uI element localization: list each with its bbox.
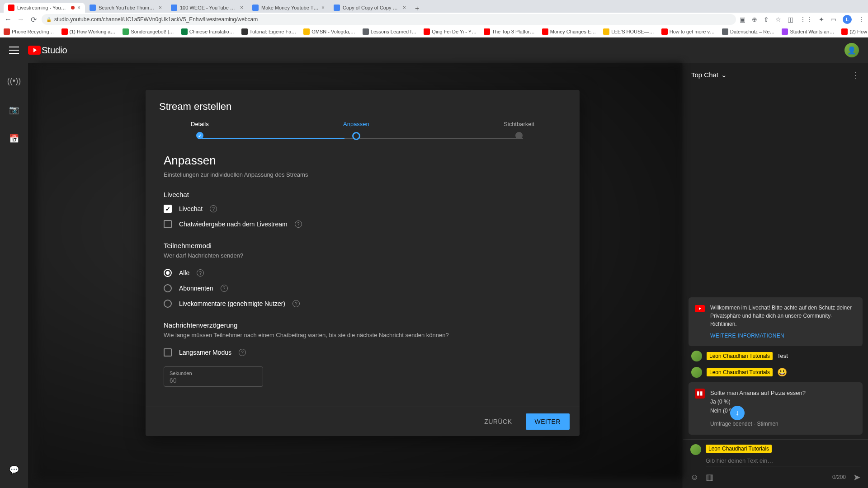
url-bar[interactable]: 🔒 studio.youtube.com/channel/UC1a5FWVn0g… (42, 14, 736, 25)
bookmark-item[interactable]: Qing Fei De Yi - Y… (424, 28, 476, 35)
star-icon[interactable]: ☆ (775, 16, 781, 23)
calendar-icon[interactable]: 📅 (5, 130, 23, 148)
toolbar-icons: ▣ ⊕ ⇧ ☆ ◫ ⋮⋮ ✦ ▭ L ⋮ (740, 15, 864, 24)
bookmark-item[interactable]: Tutorial: Eigene Fa… (241, 28, 297, 35)
bookmark-item[interactable]: Money Changes E… (542, 28, 596, 35)
new-tab-button[interactable]: + (410, 5, 424, 13)
youtube-studio-logo[interactable]: Studio (28, 45, 67, 56)
camera-icon[interactable]: ▣ (740, 16, 745, 23)
close-icon[interactable]: × (159, 5, 162, 11)
bookmark-item[interactable]: The Top 3 Platfor… (484, 28, 535, 35)
feedback-icon[interactable]: 💬 (5, 461, 23, 479)
puzzle-icon[interactable]: ✦ (819, 16, 824, 23)
section-title: Anpassen (164, 154, 561, 168)
favicon-icon (334, 5, 340, 11)
favicon-icon (171, 5, 177, 11)
chat-message: Leon Chaudhari Tutorials Test (689, 350, 863, 362)
user-avatar-icon (690, 444, 701, 455)
user-avatar[interactable]: 👤 (844, 43, 859, 57)
chat-message: Leon Chaudhari Tutorials 😃 (689, 366, 863, 379)
bookmark-item[interactable]: GMSN - Vologda,… (303, 28, 355, 35)
tab-2[interactable]: 100 WEGE - YouTube Thumbn… × (166, 3, 248, 13)
checkbox-chatreplay[interactable]: Chatwiedergabe nach dem Livestream ? (164, 216, 561, 232)
bookmark-favicon (123, 28, 129, 35)
emoji-picker-icon[interactable]: ☺ (690, 473, 698, 482)
bookmark-item[interactable]: (1) How Working a… (61, 28, 116, 35)
bookmark-item[interactable]: LEE'S HOUSE—… (603, 28, 654, 35)
next-button[interactable]: WEITER (526, 413, 570, 430)
extension-icon[interactable]: ◫ (788, 16, 793, 23)
participants-group-sub: Wer darf Nachrichten senden? (164, 252, 561, 259)
menu-icon[interactable]: ⋮ (858, 16, 864, 23)
stream-icon[interactable]: ((•)) (5, 72, 23, 90)
help-icon[interactable]: ? (197, 269, 204, 277)
apps-icon[interactable]: ⋮⋮ (800, 16, 812, 23)
close-icon[interactable]: × (403, 5, 406, 11)
tab-3[interactable]: Make Money Youtube Thumbn… × (248, 3, 329, 13)
delay-group-label: Nachrichtenverzögerung (164, 321, 561, 329)
toolbar-row: ← → ⟳ 🔒 studio.youtube.com/channel/UC1a5… (0, 13, 868, 26)
panel-icon[interactable]: ▭ (830, 16, 836, 23)
checkbox-icon[interactable] (164, 220, 172, 228)
bookmark-favicon (603, 28, 609, 35)
checkbox-icon[interactable] (164, 348, 172, 357)
more-info-link[interactable]: WEITERE INFORMATIONEN (710, 332, 856, 340)
help-icon[interactable]: ? (221, 285, 228, 292)
bookmark-item[interactable]: Datenschutz – Re… (722, 28, 774, 35)
scroll-down-button[interactable]: ↓ (730, 406, 745, 420)
delay-group-sub: Wie lange müssen Teilnehmer nach einem C… (164, 332, 561, 338)
step-details[interactable]: Details (191, 121, 209, 140)
step-customize[interactable]: Anpassen (343, 121, 369, 140)
radio-icon[interactable] (164, 300, 172, 308)
tab-1[interactable]: Search YouTube Thumbnail - C… × (85, 3, 166, 13)
seconds-input[interactable] (170, 376, 257, 384)
reload-button[interactable]: ⟳ (29, 15, 38, 24)
browser-chrome: Livestreaming - YouTube S… × Search YouT… (0, 0, 868, 38)
chat-mode-dropdown[interactable]: Top Chat ⌄ (691, 71, 727, 79)
tab-4[interactable]: Copy of Copy of Copy of Cop… × (329, 3, 410, 13)
radio-all[interactable]: Alle ? (164, 265, 561, 281)
bookmark-item[interactable]: Phone Recycling… (4, 28, 54, 35)
close-icon[interactable]: × (240, 5, 243, 11)
dialog-body[interactable]: Anpassen Einstellungen zur individuellen… (146, 145, 580, 407)
checkbox-icon[interactable] (164, 205, 172, 213)
bookmark-item[interactable]: How to get more v… (661, 28, 715, 35)
radio-approved[interactable]: Livekommentare (genehmigte Nutzer) ? (164, 296, 561, 311)
send-icon[interactable]: ➤ (853, 472, 861, 483)
back-button[interactable]: ZURÜCK (477, 413, 519, 430)
webcam-icon[interactable]: 📷 (5, 101, 23, 119)
bookmark-item[interactable]: Student Wants an… (782, 28, 834, 35)
seconds-field[interactable]: Sekunden (164, 366, 263, 387)
help-icon[interactable]: ? (210, 205, 217, 212)
poll-button-icon[interactable]: ▥ (706, 472, 713, 482)
bookmark-item[interactable]: Chinese translatio… (181, 28, 234, 35)
forward-button[interactable]: → (16, 15, 25, 23)
bookmark-item[interactable]: (2) How To Add A… (841, 28, 868, 35)
zoom-icon[interactable]: ⊕ (752, 16, 757, 23)
checkbox-slowmode[interactable]: Langsamer Modus ? (164, 345, 561, 360)
radio-icon[interactable] (164, 284, 172, 292)
checkbox-livechat[interactable]: Livechat ? (164, 201, 561, 216)
help-icon[interactable]: ? (239, 349, 246, 356)
menu-icon[interactable] (9, 47, 19, 54)
radio-icon[interactable] (164, 269, 172, 277)
close-icon[interactable]: × (77, 5, 80, 11)
chat-input[interactable] (706, 455, 861, 466)
tab-0[interactable]: Livestreaming - YouTube S… × (4, 3, 85, 13)
bookmark-favicon (4, 28, 10, 35)
more-icon[interactable]: ⋮ (852, 70, 860, 80)
profile-avatar[interactable]: L (843, 15, 852, 24)
help-icon[interactable]: ? (295, 221, 302, 228)
share-icon[interactable]: ⇧ (764, 16, 769, 23)
main-content: Stream erstellen Details Anpassen Sichtb… (28, 63, 868, 488)
chat-messages[interactable]: Willkommen im Livechat! Bitte achte auf … (683, 87, 868, 439)
step-visibility[interactable]: Sichtbarkeit (504, 121, 534, 140)
bookmark-favicon (484, 28, 490, 35)
help-icon[interactable]: ? (292, 300, 300, 307)
bookmark-item[interactable]: Lessons Learned f… (363, 28, 417, 35)
back-button[interactable]: ← (4, 15, 13, 23)
radio-subscribers[interactable]: Abonnenten ? (164, 281, 561, 296)
bookmark-favicon (61, 28, 68, 35)
bookmark-item[interactable]: Sonderangebot! |… (123, 28, 174, 35)
close-icon[interactable]: × (321, 5, 325, 11)
